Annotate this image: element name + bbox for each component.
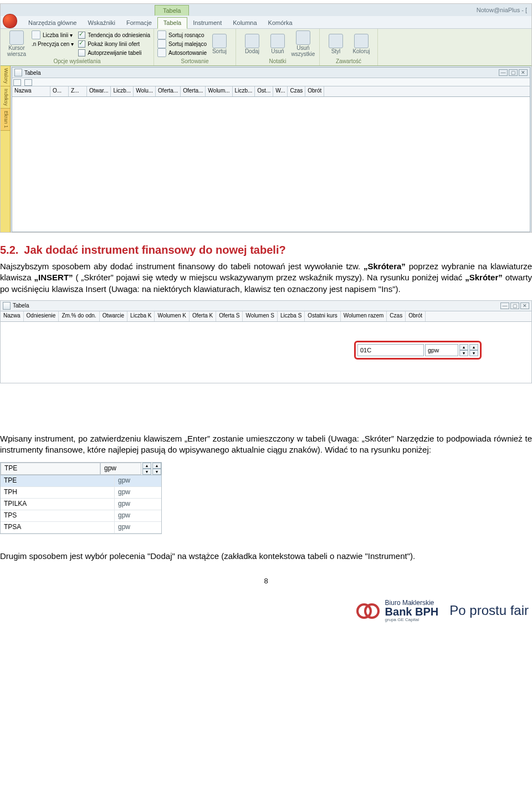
item-symbol: TPE [1, 475, 114, 486]
maximize-icon[interactable]: ▢ [510, 302, 519, 309]
step-up-icon[interactable]: ▲ [469, 344, 478, 350]
line-count-dropdown[interactable]: Liczba linii ▾ [43, 32, 73, 38]
vertical-tabs: Walory Indeksy Ekran 1 [1, 66, 11, 232]
ribbon-tab-indicators[interactable]: Wskaźniki [82, 18, 121, 28]
step-up-icon[interactable]: ▲ [459, 344, 468, 350]
col-wolum[interactable]: Wolum... [206, 86, 232, 96]
list-item[interactable]: TPSgpw [1, 510, 161, 522]
vtab-indeksy[interactable]: Indeksy [1, 86, 10, 109]
col-liczb2[interactable]: Liczb... [233, 86, 255, 96]
table-empty-body [12, 97, 530, 232]
sort-big-label: Sortuj [212, 48, 227, 54]
style-button[interactable]: Styl [323, 30, 349, 57]
bph-logo-icon [356, 600, 381, 621]
close-icon[interactable]: ✕ [519, 69, 528, 76]
col-otwar[interactable]: Otwar... [87, 86, 111, 96]
col-nazwa[interactable]: Nazwa [12, 86, 50, 96]
p1-e: ( „Skróter” pojawi się wtedy w miejscu w… [73, 273, 466, 282]
list-item[interactable]: TPILKAgpw [1, 499, 161, 510]
autosort-icon [157, 48, 166, 57]
minimize-icon[interactable]: — [499, 69, 508, 76]
autoscroll-checkbox[interactable] [78, 49, 85, 57]
c2-otw[interactable]: Otwarcie [100, 311, 127, 321]
ribbon-tab-cell[interactable]: Komórka [263, 18, 298, 28]
list-item[interactable]: TPHgpw [1, 487, 161, 499]
c2-czas[interactable]: Czas [387, 311, 406, 321]
c2-odn[interactable]: Odniesienie [24, 311, 59, 321]
autosort-button[interactable]: Autosortowanie [168, 50, 207, 56]
col-liczb1[interactable]: Liczb... [111, 86, 134, 96]
col-w[interactable]: W... [273, 86, 288, 96]
c2-wk[interactable]: Wolumen K [155, 311, 190, 321]
step-up-icon[interactable]: ▲ [152, 463, 161, 469]
subwindow-titlebar: Tabela — ▢ ✕ [12, 68, 530, 78]
c2-os[interactable]: Oferta S [216, 311, 243, 321]
color-button[interactable]: Koloruj [349, 30, 374, 57]
ac-instrument-input[interactable]: TPE [1, 463, 100, 475]
col-oferta2[interactable]: Oferta... [181, 86, 206, 96]
step-down-icon[interactable]: ▼ [469, 350, 478, 356]
col-oferta1[interactable]: Oferta... [156, 86, 181, 96]
step-up-icon[interactable]: ▲ [142, 463, 151, 469]
del-note-button[interactable]: Usuń [265, 30, 290, 57]
skroter-instrument-input[interactable] [357, 344, 424, 356]
c2-last[interactable]: Ostatni kurs [305, 311, 340, 321]
c2-wr[interactable]: Wolumen razem [341, 311, 387, 321]
del-all-notes-label: Usuń wszystkie [291, 45, 315, 57]
list-item[interactable]: TPSAgpw [1, 522, 161, 534]
c2-lk[interactable]: Liczba K [127, 311, 155, 321]
del-all-notes-button[interactable]: Usuń wszystkie [290, 30, 316, 57]
footer-line2: Bank BPH [385, 606, 439, 618]
ribbon-tab-instrument[interactable]: Instrument [187, 18, 227, 28]
list-item[interactable]: TPEgpw [1, 475, 161, 487]
view-list-icon[interactable] [24, 79, 32, 86]
precision-dropdown[interactable]: .n Precyzja cen ▾ [32, 41, 74, 47]
show-icons-checkbox[interactable] [78, 40, 85, 48]
c2-ws[interactable]: Wolumen S [243, 311, 278, 321]
vtab-walory[interactable]: Walory [1, 66, 10, 86]
ac-suggestion-list: TPEgpw TPHgpw TPILKAgpw TPSgpw TPSAgpw [1, 475, 161, 534]
col-czas[interactable]: Czas [288, 86, 305, 96]
ribbon-tab-formations[interactable]: Formacje [121, 18, 157, 28]
sort-desc-button[interactable]: Sortuj malejąco [168, 41, 207, 47]
close-icon[interactable]: ✕ [520, 302, 529, 309]
sort-big-button[interactable]: Sortuj [207, 30, 232, 57]
col-wolu[interactable]: Wolu... [134, 86, 156, 96]
step-down-icon[interactable]: ▼ [152, 469, 161, 475]
paragraph-2: Wpisany instrument, po zatwierdzeniu kla… [0, 433, 532, 456]
c2-zm[interactable]: Zm.% do odn. [59, 311, 99, 321]
ribbon-body: Kursor wiersza Liczba linii ▾ .n Precyzj… [1, 29, 531, 66]
col-ost[interactable]: Ost... [255, 86, 273, 96]
col-z[interactable]: Z... [69, 86, 87, 96]
ribbon-tab-column[interactable]: Kolumna [227, 18, 262, 28]
vtab-ekran1[interactable]: Ekran 1 [1, 109, 10, 131]
sort-asc-button[interactable]: Sortuj rosnąco [168, 32, 204, 38]
app-menu-button[interactable] [3, 14, 17, 28]
trend-label: Tendencja do odniesienia [88, 32, 150, 38]
step-down-icon[interactable]: ▼ [142, 469, 151, 475]
view-grid-icon[interactable] [13, 79, 21, 86]
ac-market-input[interactable]: gpw [100, 463, 141, 475]
c2-obrot[interactable]: Obrót [406, 311, 426, 321]
minimize-icon[interactable]: — [500, 302, 509, 309]
add-note-button[interactable]: Dodaj [239, 30, 265, 57]
maximize-icon[interactable]: ▢ [509, 69, 518, 76]
del-note-label: Usuń [271, 48, 284, 54]
col-obrot[interactable]: Obrót [305, 86, 324, 96]
c2-nazwa[interactable]: Nazwa [1, 311, 24, 321]
col-o[interactable]: O... [50, 86, 69, 96]
screenshot-skroter: Tabela — ▢ ✕ Nazwa Odniesienie Zm.% do o… [0, 300, 532, 383]
skroter-market-input[interactable] [425, 344, 458, 356]
cursor-row-button[interactable]: Kursor wiersza [4, 30, 29, 57]
ribbon-group-notes: Dodaj Usuń Usuń wszystkie Notatki [236, 29, 320, 65]
ribbon-tab-tabela[interactable]: Tabela [157, 17, 187, 29]
table-icon [3, 302, 11, 310]
screenshot-ribbon-table: Tabela Notow@niaPlus - [ Narzędzia główn… [0, 3, 532, 233]
ribbon-tab-home[interactable]: Narzędzia główne [23, 18, 82, 28]
c2-ok[interactable]: Oferta K [190, 311, 216, 321]
trend-checkbox[interactable] [78, 32, 85, 39]
shot2-titlebar: Tabela — ▢ ✕ [1, 301, 531, 311]
step-down-icon[interactable]: ▼ [459, 350, 468, 356]
c2-ls[interactable]: Liczba S [278, 311, 305, 321]
item-market: gpw [114, 510, 161, 521]
